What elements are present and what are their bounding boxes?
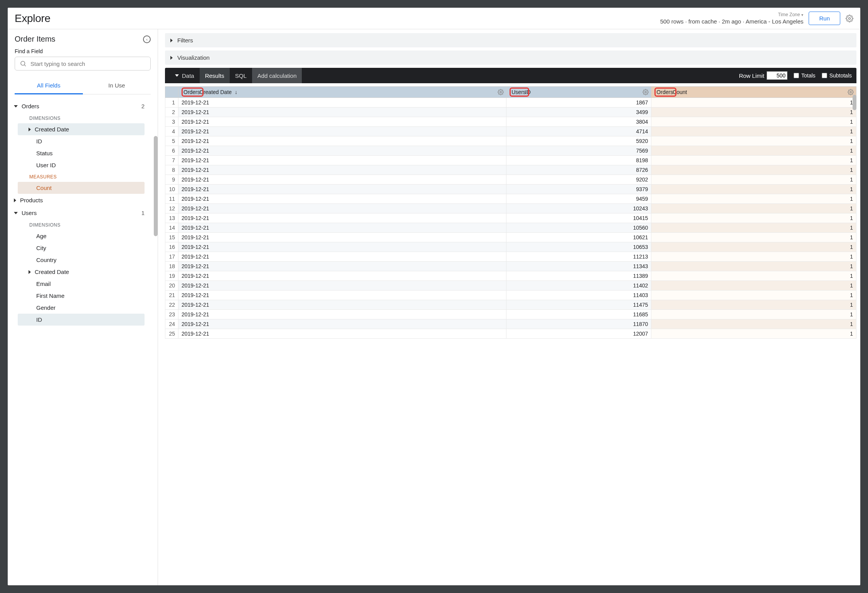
- dimension-field[interactable]: Country: [18, 254, 145, 266]
- cell-count[interactable]: 1: [651, 108, 856, 117]
- dimension-field[interactable]: Gender: [18, 302, 145, 314]
- table-row[interactable]: 122019-12-21102431: [165, 204, 856, 213]
- table-row[interactable]: 112019-12-2194591: [165, 194, 856, 204]
- dimension-field[interactable]: ID: [18, 135, 145, 147]
- cell-user-id[interactable]: 11475: [506, 300, 651, 310]
- cell-created-date[interactable]: 2019-12-21: [178, 300, 506, 310]
- cell-created-date[interactable]: 2019-12-21: [178, 291, 506, 300]
- table-row[interactable]: 102019-12-2193791: [165, 185, 856, 194]
- cell-user-id[interactable]: 3804: [506, 117, 651, 127]
- dimension-field[interactable]: User ID: [18, 159, 145, 171]
- cell-count[interactable]: 1: [651, 242, 856, 252]
- cell-created-date[interactable]: 2019-12-21: [178, 223, 506, 233]
- cell-user-id[interactable]: 10653: [506, 242, 651, 252]
- cell-count[interactable]: 1: [651, 300, 856, 310]
- cell-count[interactable]: 1: [651, 117, 856, 127]
- cell-count[interactable]: 1: [651, 223, 856, 233]
- dimension-field[interactable]: Created Date: [18, 266, 145, 278]
- table-row[interactable]: 62019-12-2175691: [165, 146, 856, 156]
- table-row[interactable]: 22019-12-2134991: [165, 108, 856, 117]
- data-panel-toggle[interactable]: Data: [170, 68, 200, 83]
- cell-created-date[interactable]: 2019-12-21: [178, 262, 506, 271]
- cell-created-date[interactable]: 2019-12-21: [178, 185, 506, 194]
- tab-all-fields[interactable]: All Fields: [15, 77, 83, 94]
- add-calculation-button[interactable]: Add calculation: [252, 68, 302, 83]
- table-row[interactable]: 232019-12-21116851: [165, 310, 856, 319]
- cell-created-date[interactable]: 2019-12-21: [178, 98, 506, 108]
- dimension-field[interactable]: City: [18, 242, 145, 254]
- table-row[interactable]: 82019-12-2187261: [165, 165, 856, 175]
- cell-count[interactable]: 1: [651, 329, 856, 339]
- cell-count[interactable]: 1: [651, 291, 856, 300]
- cell-count[interactable]: 1: [651, 136, 856, 146]
- scrollbar-thumb[interactable]: [853, 95, 856, 110]
- cell-created-date[interactable]: 2019-12-21: [178, 329, 506, 339]
- cell-user-id[interactable]: 11402: [506, 281, 651, 291]
- scrollbar-thumb[interactable]: [154, 136, 158, 236]
- cell-created-date[interactable]: 2019-12-21: [178, 242, 506, 252]
- column-header[interactable]: OrdersOrdersCreated Date ↓: [178, 87, 506, 98]
- cell-count[interactable]: 1: [651, 156, 856, 165]
- dimension-field[interactable]: Created Date: [18, 123, 145, 135]
- table-row[interactable]: 42019-12-2147141: [165, 127, 856, 136]
- visualization-panel-toggle[interactable]: Visualization: [165, 50, 856, 65]
- cell-created-date[interactable]: 2019-12-21: [178, 319, 506, 329]
- totals-checkbox[interactable]: [794, 73, 799, 78]
- cell-user-id[interactable]: 11403: [506, 291, 651, 300]
- cell-created-date[interactable]: 2019-12-21: [178, 117, 506, 127]
- table-row[interactable]: 52019-12-2159201: [165, 136, 856, 146]
- cell-created-date[interactable]: 2019-12-21: [178, 213, 506, 223]
- cell-created-date[interactable]: 2019-12-21: [178, 146, 506, 156]
- view-header-users[interactable]: Users1: [11, 207, 155, 219]
- table-row[interactable]: 72019-12-2181981: [165, 156, 856, 165]
- cell-user-id[interactable]: 3499: [506, 108, 651, 117]
- cell-user-id[interactable]: 9459: [506, 194, 651, 204]
- table-row[interactable]: 152019-12-21106211: [165, 233, 856, 242]
- field-list[interactable]: Orders2DIMENSIONSCreated DateIDStatusUse…: [8, 97, 158, 585]
- tab-sql[interactable]: SQL: [230, 68, 252, 83]
- dimension-field[interactable]: Status: [18, 147, 145, 159]
- cell-user-id[interactable]: 11685: [506, 310, 651, 319]
- cell-count[interactable]: 1: [651, 310, 856, 319]
- search-input[interactable]: [30, 60, 146, 67]
- run-button[interactable]: Run: [809, 12, 840, 25]
- cell-count[interactable]: 1: [651, 252, 856, 262]
- tab-results[interactable]: Results: [200, 68, 230, 83]
- cell-count[interactable]: 1: [651, 213, 856, 223]
- cell-created-date[interactable]: 2019-12-21: [178, 271, 506, 281]
- dimension-field[interactable]: Age: [18, 230, 145, 242]
- cell-user-id[interactable]: 10415: [506, 213, 651, 223]
- cell-count[interactable]: 1: [651, 146, 856, 156]
- view-header-products[interactable]: Products: [11, 194, 155, 207]
- cell-count[interactable]: 1: [651, 98, 856, 108]
- table-row[interactable]: 252019-12-21120071: [165, 329, 856, 339]
- cell-user-id[interactable]: 11870: [506, 319, 651, 329]
- table-row[interactable]: 12019-12-2118671: [165, 98, 856, 108]
- table-row[interactable]: 202019-12-21114021: [165, 281, 856, 291]
- cell-user-id[interactable]: 10560: [506, 223, 651, 233]
- cell-count[interactable]: 1: [651, 319, 856, 329]
- subtotals-checkbox[interactable]: [822, 73, 827, 78]
- measure-field[interactable]: Count: [18, 182, 145, 194]
- table-row[interactable]: 192019-12-21113891: [165, 271, 856, 281]
- cell-count[interactable]: 1: [651, 262, 856, 271]
- gear-icon[interactable]: [846, 15, 853, 22]
- cell-created-date[interactable]: 2019-12-21: [178, 233, 506, 242]
- cell-created-date[interactable]: 2019-12-21: [178, 194, 506, 204]
- table-row[interactable]: 132019-12-21104151: [165, 213, 856, 223]
- table-row[interactable]: 32019-12-2138041: [165, 117, 856, 127]
- cell-count[interactable]: 1: [651, 204, 856, 213]
- cell-user-id[interactable]: 11343: [506, 262, 651, 271]
- gear-icon[interactable]: [498, 89, 504, 95]
- cell-count[interactable]: 1: [651, 194, 856, 204]
- cell-created-date[interactable]: 2019-12-21: [178, 175, 506, 185]
- dimension-field[interactable]: First Name: [18, 290, 145, 302]
- cell-created-date[interactable]: 2019-12-21: [178, 165, 506, 175]
- cell-user-id[interactable]: 8198: [506, 156, 651, 165]
- cell-count[interactable]: 1: [651, 175, 856, 185]
- gear-icon[interactable]: [643, 89, 649, 95]
- cell-created-date[interactable]: 2019-12-21: [178, 252, 506, 262]
- cell-count[interactable]: 1: [651, 271, 856, 281]
- cell-created-date[interactable]: 2019-12-21: [178, 310, 506, 319]
- cell-count[interactable]: 1: [651, 185, 856, 194]
